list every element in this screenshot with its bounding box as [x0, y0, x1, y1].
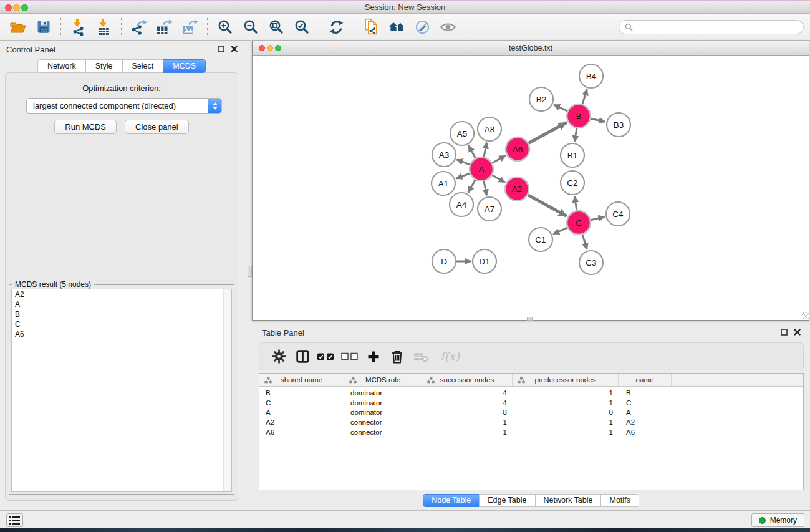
mcds-result-item[interactable]: A6	[12, 329, 231, 339]
network-graph[interactable]: A A1 A2 A3 A4 A5 A6 A7 A8 B B1 B2 B3	[253, 56, 809, 320]
table-row[interactable]: Cdominator41C	[259, 398, 803, 408]
graph-node-D1[interactable]: D1	[473, 249, 496, 273]
graph-node-C4[interactable]: C4	[606, 202, 630, 226]
graph-edge-B-B4[interactable]	[582, 89, 587, 104]
close-frame-button[interactable]	[259, 45, 265, 51]
export-table-button[interactable]	[152, 15, 177, 39]
graph-edge-A-A6[interactable]	[493, 156, 506, 163]
close-panel-action-button[interactable]: Close panel	[125, 120, 189, 134]
graph-node-B4[interactable]: B4	[579, 64, 603, 88]
export-network-button[interactable]	[126, 15, 152, 39]
run-mcds-button[interactable]: Run MCDS	[54, 120, 117, 134]
graph-edge-A6-B[interactable]	[529, 123, 567, 143]
minimize-window-button[interactable]	[13, 4, 20, 11]
mcds-result-item[interactable]: B	[12, 309, 231, 319]
table-row[interactable]: Adominator80A	[259, 407, 803, 417]
float-panel-button[interactable]	[217, 45, 225, 53]
task-history-button[interactable]	[6, 513, 23, 527]
graph-node-B[interactable]: B	[567, 104, 591, 128]
toggle-graphics-details-button[interactable]	[435, 15, 461, 39]
graph-edge-A-A1[interactable]	[456, 173, 470, 178]
export-image-button[interactable]	[177, 15, 203, 39]
graph-node-A5[interactable]: A5	[450, 122, 474, 145]
select-all-rows-button[interactable]	[314, 345, 338, 369]
zoom-in-button[interactable]	[212, 15, 238, 39]
column-visibility-button[interactable]	[291, 345, 314, 369]
graph-edge-B-B3[interactable]	[591, 118, 605, 122]
zoom-window-button[interactable]	[21, 4, 28, 11]
tab-network[interactable]: Network	[37, 59, 86, 73]
zoom-selected-button[interactable]	[289, 15, 314, 39]
horizontal-scroll-thumb[interactable]	[527, 317, 533, 321]
list-scrollbar[interactable]	[223, 289, 231, 491]
network-snapshot-button[interactable]	[359, 15, 384, 39]
graph-node-B1[interactable]: B1	[561, 143, 584, 167]
graph-edge-C-C2[interactable]	[574, 196, 577, 211]
table-row[interactable]: A6connector11A6	[259, 427, 803, 437]
tab-network-table[interactable]: Network Table	[535, 494, 602, 507]
zoom-fit-button[interactable]	[263, 15, 289, 39]
graph-node-C2[interactable]: C2	[561, 171, 584, 195]
graph-node-A4[interactable]: A4	[450, 193, 473, 216]
graph-node-A8[interactable]: A8	[478, 117, 501, 141]
delete-column-button[interactable]	[385, 345, 409, 369]
import-table-button[interactable]	[91, 15, 117, 39]
graph-edge-C-C1[interactable]	[553, 228, 567, 234]
graph-edge-A-A7[interactable]	[484, 181, 487, 196]
tab-node-table[interactable]: Node Table	[423, 494, 480, 507]
table-row[interactable]: A2connector11A2	[259, 417, 803, 427]
column-header-predecessor-nodes[interactable]: predecessor nodes	[513, 374, 619, 386]
import-network-button[interactable]	[65, 15, 91, 39]
graph-node-A[interactable]: A	[470, 157, 493, 181]
search-field[interactable]	[619, 20, 804, 34]
graph-edge-A-A5[interactable]	[469, 145, 476, 158]
graph-edge-A-A3[interactable]	[457, 160, 470, 165]
deselect-all-rows-button[interactable]	[338, 345, 362, 369]
graph-node-A7[interactable]: A7	[478, 197, 501, 221]
save-session-button[interactable]	[31, 15, 56, 39]
column-header-name[interactable]: name	[619, 374, 672, 386]
graph-node-C[interactable]: C	[567, 211, 591, 235]
tab-style[interactable]: Style	[85, 59, 123, 73]
search-input[interactable]	[633, 22, 798, 31]
minimize-frame-button[interactable]	[267, 45, 273, 51]
memory-button[interactable]: Memory	[751, 513, 804, 527]
float-table-panel-button[interactable]	[780, 328, 788, 336]
column-header-shared-name[interactable]: shared name	[259, 374, 344, 386]
graph-edge-C-C4[interactable]	[591, 217, 605, 220]
open-session-button[interactable]	[5, 15, 31, 39]
graph-node-A3[interactable]: A3	[432, 143, 456, 167]
mcds-result-item[interactable]: A2	[12, 289, 231, 299]
add-column-button[interactable]	[362, 345, 385, 369]
graph-edge-A-A4[interactable]	[468, 180, 475, 192]
graph-edge-A2-C[interactable]	[528, 195, 567, 216]
column-header-successor-nodes[interactable]: successor nodes	[422, 374, 513, 386]
zoom-out-button[interactable]	[238, 15, 263, 39]
graph-edge-A-A8[interactable]	[484, 143, 487, 157]
close-window-button[interactable]	[5, 4, 12, 11]
tab-mcds[interactable]: MCDS	[163, 59, 206, 73]
graph-node-D[interactable]: D	[432, 249, 456, 273]
network-canvas[interactable]: A A1 A2 A3 A4 A5 A6 A7 A8 B B1 B2 B3	[253, 56, 809, 320]
graph-node-C3[interactable]: C3	[579, 251, 603, 274]
graph-edge-B-B2[interactable]	[554, 105, 567, 111]
resize-grip-icon[interactable]	[802, 312, 809, 319]
mcds-result-item[interactable]: C	[12, 319, 231, 329]
refresh-layout-button[interactable]	[324, 15, 349, 39]
close-panel-button[interactable]	[230, 45, 238, 53]
criterion-select[interactable]: largest connected component (directed)	[26, 98, 222, 114]
graph-node-B3[interactable]: B3	[607, 113, 630, 137]
graph-node-A6[interactable]: A6	[506, 137, 529, 161]
hide-annotations-button[interactable]	[410, 15, 435, 39]
network-frame-titlebar[interactable]: testGlobe.txt	[253, 41, 809, 56]
splitter-handle[interactable]	[248, 266, 252, 277]
tab-motifs[interactable]: Motifs	[600, 494, 639, 507]
graph-edge-B-B1[interactable]	[574, 128, 577, 142]
tab-select[interactable]: Select	[122, 59, 164, 73]
home-button[interactable]	[384, 15, 410, 39]
graph-node-C1[interactable]: C1	[529, 228, 552, 251]
zoom-frame-button[interactable]	[275, 45, 281, 51]
column-header-mcds-role[interactable]: MCDS role	[344, 374, 422, 386]
close-table-panel-button[interactable]	[793, 328, 801, 336]
mcds-result-list[interactable]: A2ABCA6	[11, 289, 232, 492]
